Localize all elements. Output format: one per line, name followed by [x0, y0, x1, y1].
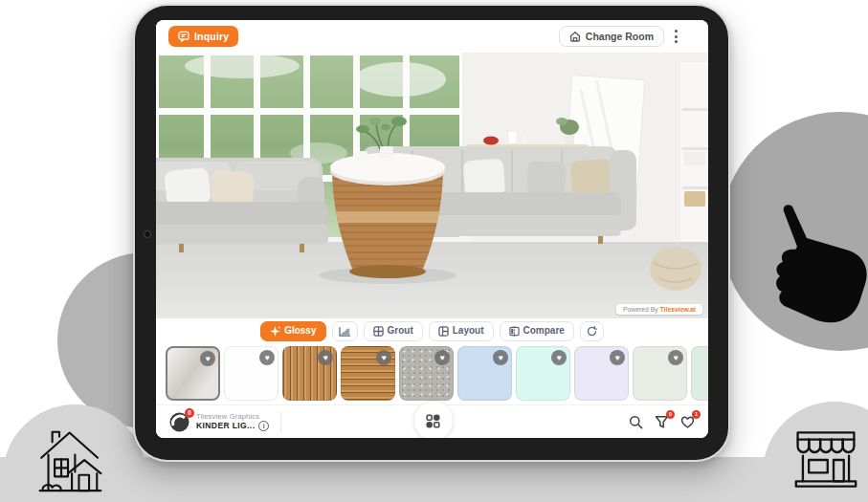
shop-icon — [783, 428, 868, 491]
surface-chart-button[interactable] — [332, 321, 358, 341]
apps-grid-icon — [426, 414, 440, 428]
compare-label: Compare — [523, 326, 565, 336]
search-icon[interactable] — [629, 415, 643, 429]
footer-divider — [280, 411, 281, 432]
filter-badge: 0 — [666, 410, 675, 419]
filter-icon[interactable]: 0 — [655, 415, 669, 429]
favorite-heart-icon[interactable]: ♥ — [318, 350, 333, 365]
favorite-heart-icon[interactable]: ♥ — [610, 350, 625, 365]
brand-logo[interactable]: 0 — [169, 412, 189, 432]
chat-icon — [178, 31, 189, 42]
tile-swatch-wood-vertical[interactable]: ♥ — [282, 346, 337, 401]
layout-label: Layout — [453, 326, 484, 336]
favorite-heart-icon[interactable]: ♥ — [200, 351, 215, 366]
compare-icon — [509, 326, 520, 337]
logo-badge: 0 — [185, 408, 194, 418]
tile-swatch-pale-green[interactable]: ♥ — [691, 346, 708, 401]
tile-swatch-sage[interactable]: ♥ — [633, 346, 687, 401]
tilesview-brand: Tilesview.ai — [660, 306, 696, 313]
favorite-heart-icon[interactable]: ♥ — [668, 350, 683, 365]
selection-info: Tilesview Graphics KINDER LIG...i — [196, 412, 269, 431]
favorite-heart-icon[interactable]: ♥ — [259, 350, 275, 365]
favorite-heart-icon[interactable]: ♥ — [434, 350, 450, 365]
favorite-heart-icon[interactable]: ♥ — [376, 350, 391, 365]
app-screen: Inquiry Change Room — [156, 20, 708, 438]
room-photo — [156, 53, 708, 318]
powered-by-watermark: Powered By Tilesview.ai — [616, 304, 702, 315]
tile-swatch-mint[interactable]: ♥ — [516, 346, 570, 401]
wishlist-icon[interactable]: 1 — [680, 415, 695, 429]
front-camera-dot — [144, 230, 151, 238]
reset-button[interactable] — [580, 321, 604, 341]
tile-swatch-white[interactable]: ♥ — [224, 346, 278, 401]
tile-swatch-lavender[interactable]: ♥ — [574, 346, 629, 401]
grout-label: Grout — [388, 326, 413, 336]
glossy-button[interactable]: Glossy — [260, 321, 325, 341]
tool-row: Glossy Grout Layout Compare — [156, 318, 708, 343]
top-bar: Inquiry Change Room — [156, 20, 708, 53]
area-chart-icon — [339, 326, 351, 337]
sparkle-icon — [270, 326, 280, 337]
favorite-heart-icon[interactable]: ♥ — [493, 350, 508, 365]
top-bar-right: Change Room — [559, 26, 679, 47]
grid-icon — [373, 326, 384, 337]
powered-by-prefix: Powered By — [623, 306, 660, 313]
tablet-mockup: Inquiry Change Room — [133, 4, 730, 462]
grout-button[interactable]: Grout — [364, 321, 423, 341]
tile-swatch-grey-marble[interactable]: ♥ — [166, 346, 220, 401]
change-room-button[interactable]: Change Room — [559, 26, 664, 47]
selected-tile-name: KINDER LIG... — [196, 421, 255, 431]
info-icon[interactable]: i — [258, 421, 269, 431]
layout-icon — [438, 326, 449, 337]
store-name: Tilesview Graphics — [196, 412, 269, 421]
tile-swatch-grey-speckle[interactable]: ♥ — [399, 346, 454, 401]
tile-swatch-light-blue[interactable]: ♥ — [457, 346, 512, 401]
click-hand-icon — [758, 203, 867, 337]
hero-stage: Inquiry Change Room — [0, 0, 868, 502]
room-preview: Powered By Tilesview.ai — [156, 53, 708, 318]
compare-button[interactable]: Compare — [500, 321, 574, 341]
favorite-heart-icon[interactable]: ♥ — [551, 350, 567, 365]
bottom-bar: 0 Tilesview Graphics KINDER LIG...i — [156, 404, 708, 438]
home-icon — [569, 31, 581, 42]
wishlist-badge: 1 — [692, 410, 701, 419]
tile-swatch-wood-horizontal[interactable]: ♥ — [341, 346, 395, 401]
catalog-fab-button[interactable] — [413, 401, 454, 438]
inquiry-label: Inquiry — [194, 31, 229, 42]
glossy-label: Glossy — [284, 326, 316, 336]
more-menu-icon[interactable] — [673, 28, 679, 45]
inquiry-button[interactable]: Inquiry — [168, 26, 238, 47]
tile-strip: ♥♥♥♥♥♥♥♥♥♥ — [156, 343, 708, 404]
layout-button[interactable]: Layout — [429, 321, 494, 341]
footer-icons: 0 1 — [629, 415, 695, 429]
refresh-icon — [587, 326, 597, 337]
change-room-label: Change Room — [586, 31, 654, 42]
house-icon — [29, 426, 107, 495]
